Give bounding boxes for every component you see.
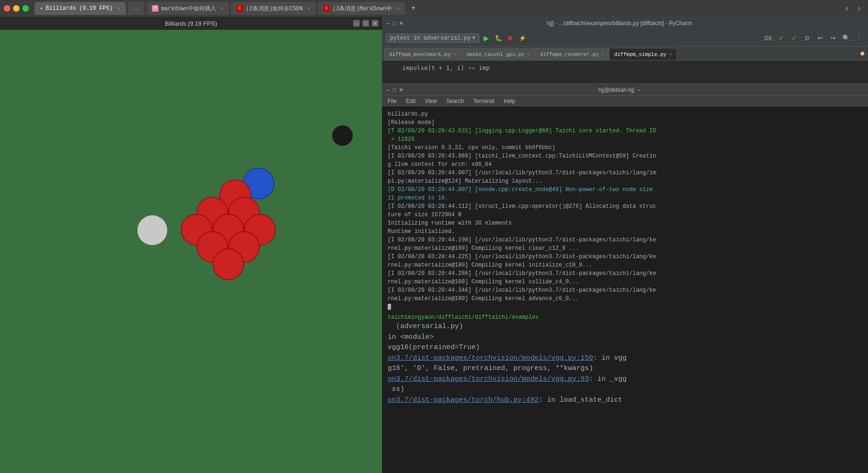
tab-markdown2[interactable]: C (2条消息)MarkDown中 ✕ xyxy=(318,2,405,15)
git-check1-icon[interactable]: ✓ xyxy=(776,33,786,43)
tab-markdown2-icon: C xyxy=(323,5,330,12)
ide-maximize-icon[interactable]: □ xyxy=(393,20,396,27)
plus-icon: + xyxy=(411,4,416,13)
tab-close-icon[interactable]: ✕ xyxy=(117,6,120,11)
tab-csdn1-close[interactable]: ✕ xyxy=(308,6,310,11)
link-hub[interactable]: on3.7/dist-packages/torch/hub.py:492 xyxy=(388,396,539,404)
search-icon[interactable]: 🔍 xyxy=(841,33,851,43)
term-line-taichi-start: [T 02/08/20 03:20:43.631] [logging.cpp:L… xyxy=(388,127,862,144)
term-cursor: █ xyxy=(388,303,862,311)
cue-ball xyxy=(137,215,167,245)
tab-markdown1[interactable]: M markdown中如何插入 ✕ xyxy=(146,2,229,15)
menu-view[interactable]: View xyxy=(423,98,439,104)
git-section: Git: ✓ ✓ ⊙ ↩ ↪ 🔍 ⋮ xyxy=(764,33,864,43)
term-line-clear: [I 02/08/20 03:20:44.190] [/usr/local/li… xyxy=(388,236,862,253)
tab-markdown1-icon: M xyxy=(152,5,158,12)
term-line-materialize: [I 02/08/20 03:20:44.007] [/usr/local/li… xyxy=(388,169,862,185)
run-selector[interactable]: pytest in adversarial.py ▼ xyxy=(386,34,479,43)
ide-title: hjj] - .../difftaichi/examples/billiards… xyxy=(403,20,835,27)
git-check2-icon[interactable]: ✓ xyxy=(789,33,799,43)
new-tab-button[interactable]: + xyxy=(407,2,420,15)
ide-close-icon[interactable]: ✕ xyxy=(399,20,403,27)
file-tab-renderer[interactable]: diffmpm_renderer.py ✕ xyxy=(535,48,609,60)
file-tab-smoke[interactable]: smoke_taichi_gpu.py ✕ xyxy=(461,48,535,60)
stop-button[interactable]: ⏹ xyxy=(506,33,516,43)
link-vgg93[interactable]: on3.7/dist-packages/torchvision/models/v… xyxy=(388,375,589,383)
tab-billiards[interactable]: ● Billiards (9.19 FPS) ✕ xyxy=(34,2,126,15)
term-link-vgg93: on3.7/dist-packages/torchvision/models/v… xyxy=(388,374,862,395)
term-link-vgg150: on3.7/dist-packages/torchvision/models/v… xyxy=(388,353,862,374)
billiards-titlebar: Billiards (9.19 FPS) – □ ✕ xyxy=(0,17,382,30)
tab-csdn1-icon: C xyxy=(237,5,243,12)
menu-terminal[interactable]: Terminal xyxy=(472,98,496,104)
file-tab-simple-close[interactable]: ✕ xyxy=(669,52,671,57)
term-module: in <module> xyxy=(388,332,862,343)
link-vgg150[interactable]: on3.7/dist-packages/torchvision/models/v… xyxy=(388,354,593,362)
window-controls xyxy=(4,5,29,12)
file-tabs-bar: diffmpm_benchmark.py ✕ smoke_taichi_gpu.… xyxy=(382,47,868,61)
file-tab-benchmark[interactable]: diffmpm_benchmark.py ✕ xyxy=(384,48,461,60)
git-refresh-icon[interactable]: ⊙ xyxy=(802,33,812,43)
debug-button[interactable]: 🐛 xyxy=(493,33,504,43)
menu-edit[interactable]: Edit xyxy=(404,98,417,104)
maximize-button[interactable] xyxy=(22,5,29,12)
git-redo-icon[interactable]: ↪ xyxy=(828,33,838,43)
more-options-icon[interactable]: ⋮ xyxy=(854,33,864,43)
billiards-maximize-icon[interactable]: □ xyxy=(362,20,369,27)
menu-help[interactable]: Help xyxy=(502,98,517,104)
terminal-titlebar: – □ ✕ hjj@debian-hjj: ~ xyxy=(382,84,868,96)
term-vgg16: vgg16(pretrained=True) xyxy=(388,343,862,353)
menu-search[interactable]: Search xyxy=(444,98,466,104)
file-tab-renderer-label: diffmpm_renderer.py xyxy=(540,52,598,57)
file-tab-simple[interactable]: diffmpm_simple.py ✕ xyxy=(609,48,677,60)
file-tab-simple-label: diffmpm_simple.py xyxy=(614,52,666,57)
code-editor: impulse[t + 1, i] += imp xyxy=(382,61,868,84)
terminal-output[interactable]: billiards.py [Release mode] [T 02/08/20 … xyxy=(382,106,868,473)
term-line-collide: [I 02/08/20 03:20:44.286] [/usr/local/li… xyxy=(388,269,862,286)
terminal-section: – □ ✕ hjj@debian-hjj: ~ File Edit View S… xyxy=(382,84,868,473)
forward-arrow-icon[interactable]: › xyxy=(854,3,864,14)
git-undo-icon[interactable]: ↩ xyxy=(815,33,825,43)
tab-markdown2-label: (2条消息)MarkDown中 xyxy=(333,5,392,13)
terminal-close-icon[interactable]: ✕ xyxy=(399,87,403,93)
ide-minimize-icon[interactable]: – xyxy=(387,20,390,27)
menu-file[interactable]: File xyxy=(386,98,398,104)
close-button[interactable] xyxy=(4,5,10,12)
run-button[interactable]: ▶ xyxy=(481,33,492,43)
billiards-minimize-icon[interactable]: – xyxy=(353,20,360,27)
tab-divider[interactable]: ... xyxy=(128,2,144,15)
tab-markdown1-close[interactable]: ✕ xyxy=(221,6,224,11)
billiards-title: Billiards (9.19 FPS) xyxy=(165,20,217,27)
terminal-max-icon[interactable]: □ xyxy=(393,87,396,93)
term-line-billiards: billiards.py xyxy=(388,110,862,118)
build-button[interactable]: ⚡ xyxy=(518,33,528,43)
tab-divider-label: ... xyxy=(131,6,141,11)
ide-titlebar: – □ ✕ hjj] - .../difftaichi/examples/bil… xyxy=(382,17,868,30)
back-arrow-icon[interactable]: ‹ xyxy=(842,3,852,14)
content-area: Billiards (9.19 FPS) – □ ✕ xyxy=(0,17,868,473)
terminal-menubar: File Edit View Search Terminal Help xyxy=(382,96,868,106)
term-line-debug: [D 02/08/20 03:20:44.007] [snode.cpp:cre… xyxy=(388,185,862,202)
term-line-version: [Taichi version 0.3.22, cpu only, commit… xyxy=(388,144,862,152)
file-tab-benchmark-close[interactable]: ✕ xyxy=(453,52,456,57)
tab-markdown2-close[interactable]: ✕ xyxy=(396,6,399,11)
minimize-button[interactable] xyxy=(13,5,20,12)
billiards-close-icon[interactable]: ✕ xyxy=(372,20,378,27)
right-panel: – □ ✕ hjj] - .../difftaichi/examples/bil… xyxy=(382,17,868,473)
file-tab-smoke-close[interactable]: ✕ xyxy=(527,52,530,57)
billiards-panel: Billiards (9.19 FPS) – □ ✕ xyxy=(0,17,382,473)
term-adversarial: (adversarial.py) xyxy=(388,322,862,332)
code-line: impulse[t + 1, i] += imp xyxy=(388,64,490,71)
tab-csdn1[interactable]: C (2条消息)如何在CSDN ✕ xyxy=(231,2,316,15)
terminal-min-icon[interactable]: – xyxy=(387,87,390,93)
file-tab-renderer-close[interactable]: ✕ xyxy=(601,52,604,57)
run-selector-label: pytest in adversarial.py xyxy=(390,35,471,41)
term-link-hub: on3.7/dist-packages/torch/hub.py:492: in… xyxy=(388,395,862,406)
term-path: taichimingyaun/difftaichi/difftaichi/exa… xyxy=(388,313,862,322)
unsaved-indicator xyxy=(861,52,864,55)
term-line-alloc: [I 02/08/20 03:20:44.112] [struct_llvm.c… xyxy=(388,202,862,219)
black-ball xyxy=(332,125,353,146)
git-label: Git: xyxy=(764,35,773,41)
tab-label: Billiards (9.19 FPS) xyxy=(46,5,113,12)
app-container: ● Billiards (9.19 FPS) ✕ ... M markdown中… xyxy=(0,0,868,473)
